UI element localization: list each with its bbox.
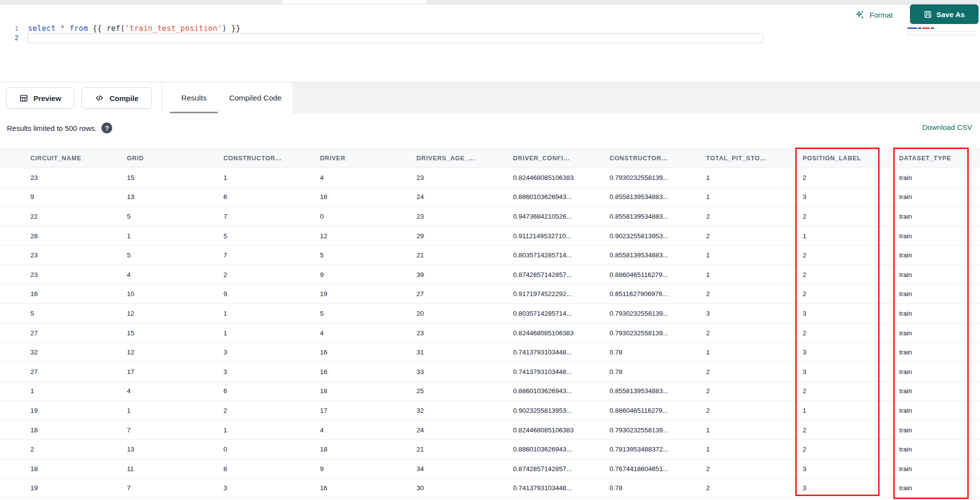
table-row: 271514230.8244680851063830.7930232558139… (0, 324, 980, 343)
cell: 1 (793, 407, 889, 414)
ws (65, 24, 69, 33)
cell: 0.9171974522292... (503, 290, 600, 298)
cell: train (889, 349, 980, 356)
results-tabs: ResultsCompiled Code (170, 82, 293, 113)
column-header-4-drivers-age: DRIVERS_AGE_... (407, 155, 503, 162)
cell: 0.8035714285714... (503, 251, 600, 259)
cell: 23 (407, 174, 503, 181)
table-row: 231514230.8244680851063830.7930232558139… (0, 168, 980, 188)
jinja-open: {{ (88, 24, 107, 33)
cell: 3 (793, 349, 889, 356)
cell: 1 (117, 232, 214, 240)
table-row: 181189340.8742857142857...0.767441860465… (0, 459, 980, 479)
results-info-row: Results limited to 500 rows. ? Download … (0, 113, 980, 149)
action-bar-divider (162, 82, 162, 113)
cell: 5 (310, 251, 407, 259)
cell: 10 (117, 290, 214, 298)
compile-button[interactable]: Compile (81, 87, 152, 109)
column-header-3-driver: DRIVER (310, 155, 407, 162)
cell: 0.8742857142857... (503, 465, 600, 473)
cell: 27 (407, 290, 503, 298)
cell: 24 (407, 193, 503, 200)
cell: 4 (310, 174, 407, 181)
sql-editor-surface[interactable]: 1 2 select * from {{ ref('train_test_pos… (0, 24, 980, 82)
cell: 2 (793, 446, 889, 453)
tab-divider (427, 0, 427, 4)
table-header-row: CIRCUIT_NAMEGRIDCONSTRUCTOR...DRIVERDRIV… (0, 149, 980, 168)
results-limit-text: Results limited to 500 rows. (7, 124, 97, 132)
cell: train (889, 232, 980, 240)
cell: 3 (696, 310, 793, 317)
cell: train (889, 310, 980, 317)
cell: 3 (793, 193, 889, 200)
cell: 0.8558139534883... (600, 387, 696, 395)
cell: 17 (310, 407, 407, 414)
tab-compiled-code[interactable]: Compiled Code (218, 82, 293, 113)
table-row: 51215200.8035714285714...0.7930232558139… (0, 304, 980, 324)
cell: 2 (793, 271, 889, 278)
tab-results[interactable]: Results (170, 82, 218, 113)
table-grid-icon (19, 94, 28, 103)
cell: 18 (310, 193, 407, 200)
table-row: 213018210.8860103626943...0.781395348837… (0, 440, 980, 459)
preview-button[interactable]: Preview (6, 87, 74, 109)
tab-divider (282, 0, 282, 4)
cell: train (889, 329, 980, 337)
table-row: 913618240.8860103626943...0.855813953488… (0, 188, 980, 207)
cell: 7 (117, 484, 214, 492)
minimap-code-line (907, 27, 934, 29)
cell: 19 (21, 484, 117, 492)
cell: 0.8860103626943... (503, 446, 600, 453)
cell: 32 (21, 349, 117, 356)
table-row: 2717316330.7413793103448...0.7823train (0, 362, 980, 382)
cell: 3 (214, 349, 310, 356)
sql-string: 'train_test_position' (125, 24, 222, 33)
cell: 0.7813953488372... (600, 446, 696, 453)
minimap-active-line (907, 31, 976, 35)
cell: 2 (696, 213, 793, 220)
cell: 3 (793, 484, 889, 492)
cell: 0.7413793103448... (503, 349, 600, 356)
table-row: 281512290.9112149532710...0.902325581395… (0, 226, 980, 246)
cell: 2 (793, 290, 889, 298)
cell: 2 (696, 484, 793, 492)
cell: 1 (696, 193, 793, 200)
cell: 17 (117, 368, 214, 375)
cell: 0.9473684210526... (503, 213, 600, 220)
cell: train (889, 465, 980, 473)
cell: 20 (407, 310, 503, 317)
cell: 1 (793, 232, 889, 240)
cell: 1 (214, 310, 310, 317)
table-row: 22570230.9473684210526...0.8558139534883… (0, 207, 980, 226)
cell: 3 (214, 368, 310, 375)
cell: 1 (696, 426, 793, 434)
column-header-8-position-label: POSITION_LABEL (793, 155, 889, 162)
cell: 23 (21, 251, 117, 259)
save-as-button[interactable]: Save As (910, 4, 979, 24)
cell: train (889, 174, 980, 181)
cell: 5 (214, 232, 310, 240)
cell: 0.8035714285714... (503, 310, 600, 317)
format-button[interactable]: Format (855, 8, 893, 22)
cell: 24 (407, 426, 503, 434)
cell: 3 (793, 465, 889, 473)
editor-minimap[interactable] (907, 27, 979, 38)
cell: 18 (310, 387, 407, 395)
cell: 23 (407, 329, 503, 337)
cell: 0.8558139534883... (600, 251, 696, 259)
cell: 0.824468085106383 (503, 174, 600, 181)
jinja-close: ) }} (222, 24, 241, 33)
cell: 0.8511627906976... (600, 290, 696, 298)
cell: 0.9112149532710... (503, 232, 600, 240)
column-header-0-circuit-name: CIRCUIT_NAME (21, 155, 117, 162)
download-csv-link[interactable]: Download CSV (922, 123, 972, 131)
cell: 1 (696, 349, 793, 356)
code-brackets-icon (95, 93, 104, 103)
cell: 18 (21, 426, 117, 434)
cell: 28 (21, 232, 117, 240)
column-header-5-driver-confi: DRIVER_CONFI... (503, 155, 600, 162)
jinja-ref-call: ref( (106, 24, 125, 33)
cell: 4 (117, 387, 214, 395)
help-icon[interactable]: ? (101, 123, 112, 133)
cell: 0 (214, 446, 310, 453)
